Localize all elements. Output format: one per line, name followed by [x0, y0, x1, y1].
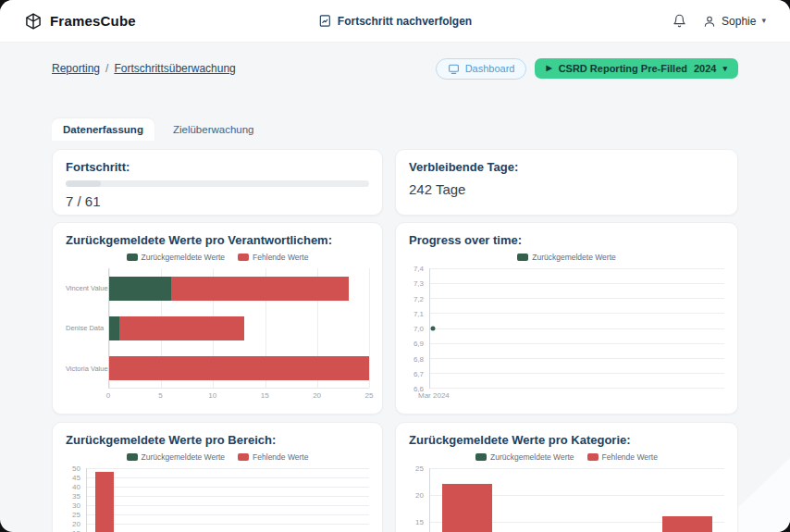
legend-item[interactable]: Fehlende Werte — [238, 253, 308, 262]
user-name: Sophie — [722, 15, 756, 28]
y-tick-label: 45 — [72, 474, 80, 482]
gridline — [430, 373, 724, 374]
category-labels: Vincent ValueDenise DataVictoria Value — [66, 268, 108, 389]
main-nav: Fortschritt nachverfolgen — [318, 0, 472, 42]
x-tick-label: 20 — [313, 391, 321, 400]
brand-name: FramesCube — [50, 13, 136, 29]
chart-plot — [429, 468, 724, 532]
gridline — [430, 298, 724, 299]
legend-label: Zurückgemeldete Werte — [490, 452, 574, 462]
chart-card-progress-over-time: Progress over time: Zurückgemeldete Wert… — [395, 222, 738, 414]
chart-title: Zurückgemeldete Werte pro Bereich: — [66, 433, 369, 448]
y-tick-label: 40 — [72, 483, 80, 491]
chart-legend: Zurückgemeldete WerteFehlende Werte — [409, 452, 724, 462]
legend-item[interactable]: Fehlende Werte — [238, 452, 308, 462]
y-axis-labels: 7,47,37,27,17,06,96,86,76,6 — [409, 268, 429, 389]
y-tick-label: 15 — [72, 529, 80, 532]
chart-card-kategorie: Zurückgemeldete Werte pro Kategorie: Zur… — [395, 422, 738, 532]
y-tick-label: 15 — [415, 518, 424, 526]
x-tick-label: 10 — [208, 391, 216, 400]
bar-cell — [299, 468, 334, 532]
progress-bar — [66, 180, 369, 187]
chart-legend: Zurückgemeldete WerteFehlende Werte — [66, 452, 369, 462]
legend-item[interactable]: Zurückgemeldete Werte — [517, 253, 616, 262]
bar-segment — [109, 356, 369, 380]
legend-item[interactable]: Zurückgemeldete Werte — [127, 253, 226, 262]
chart-plot-area: Mar 2024 — [429, 268, 724, 400]
gridline — [369, 268, 370, 388]
bar-row — [109, 316, 369, 340]
category-label: Vincent Value — [66, 284, 108, 292]
cube-logo-icon — [24, 12, 43, 31]
tab-datenerfassung[interactable]: Datenerfassung — [52, 118, 154, 141]
nav-item-progress-tracking[interactable]: Fortschritt nachverfolgen — [318, 14, 472, 28]
user-menu[interactable]: Sophie ▾ — [703, 15, 766, 28]
dashboard-button-label: Dashboard — [465, 63, 515, 74]
legend-item[interactable]: Zurückgemeldete Werte — [127, 452, 226, 462]
progress-report-icon — [318, 14, 332, 28]
chart-plot — [86, 468, 369, 532]
progress-value: 7 / 61 — [66, 193, 369, 209]
bereich-chart: 50454035302520151050 — [66, 468, 369, 532]
chart-plot-area: 0510152025 — [108, 268, 369, 402]
chart-plot — [429, 268, 724, 389]
y-tick-label: 20 — [415, 491, 424, 500]
play-icon: ▶ — [546, 65, 551, 72]
data-point — [431, 326, 436, 330]
report-selector-button[interactable]: ▶ CSRD Reporting Pre-Filled 2024 ▾ — [535, 58, 738, 79]
dashboard-icon — [448, 63, 460, 75]
y-tick-label: 7,4 — [414, 265, 424, 273]
bar-row — [109, 277, 369, 301]
breadcrumb-link-reporting[interactable]: Reporting — [52, 62, 100, 75]
bar-cell — [157, 468, 192, 532]
bar-cell — [577, 468, 651, 532]
y-tick-label: 7,1 — [414, 309, 424, 317]
progress-card-title: Fortschritt: — [66, 160, 369, 175]
chart-legend: Zurückgemeldete WerteFehlende Werte — [66, 253, 369, 262]
chevron-down-icon: ▾ — [761, 17, 766, 25]
x-tick-label: 5 — [158, 391, 162, 400]
brand-logo[interactable]: FramesCube — [24, 12, 136, 31]
y-axis-labels: 50454035302520151050 — [66, 468, 86, 532]
top-navbar: FramesCube Fortschritt nachverfolgen — [0, 0, 790, 43]
y-tick-label: 20 — [72, 520, 80, 528]
legend-label: Fehlende Werte — [253, 253, 308, 262]
y-tick-label: 6,7 — [414, 369, 424, 377]
chart-title: Zurückgemeldete Werte pro Kategorie: — [409, 433, 724, 448]
legend-item[interactable]: Fehlende Werte — [587, 452, 658, 462]
bar-cells — [87, 468, 369, 532]
navbar-right: Sophie ▾ — [673, 14, 766, 28]
y-tick-label: 6,8 — [414, 354, 424, 363]
y-tick-label: 7,2 — [414, 294, 424, 303]
report-year: 2024 — [694, 63, 716, 74]
y-tick-label: 35 — [72, 492, 80, 501]
dashboard-button[interactable]: Dashboard — [436, 58, 527, 80]
notifications-button[interactable] — [673, 14, 686, 28]
bar-segment — [119, 316, 244, 340]
bar-segment — [109, 277, 171, 301]
page-header: Reporting / Fortschrittsüberwachung Dash… — [52, 57, 738, 80]
kategorie-chart: 2520151050 — [409, 468, 724, 532]
y-tick-label: 25 — [72, 511, 80, 519]
breadcrumb-link-fortschrittsueberwachung[interactable]: Fortschrittsüberwachung — [114, 62, 235, 75]
x-axis-labels: 0510152025 — [108, 389, 369, 402]
gridline — [430, 358, 724, 359]
y-tick-label: 50 — [72, 464, 80, 473]
tab-zielueberwachung[interactable]: Zielüberwachung — [162, 118, 265, 141]
legend-label: Fehlende Werte — [602, 452, 658, 462]
bell-icon — [673, 14, 686, 28]
gridline — [430, 328, 724, 329]
bar-rows — [109, 268, 369, 388]
bar — [95, 472, 114, 532]
remaining-days-card: Verbleibende Tage: 242 Tage — [395, 149, 738, 216]
charts-row-2: Zurückgemeldete Werte pro Bereich: Zurüc… — [52, 422, 738, 532]
bar-cell — [87, 468, 122, 532]
header-actions: Dashboard ▶ CSRD Reporting Pre-Filled 20… — [436, 58, 738, 80]
legend-swatch — [127, 453, 138, 461]
charts-row-1: Zurückgemeldete Werte pro Verantwortlich… — [52, 222, 738, 414]
legend-item[interactable]: Zurückgemeldete Werte — [475, 452, 574, 462]
gridline — [430, 283, 724, 284]
user-icon — [703, 15, 716, 28]
x-tick-label: 25 — [365, 391, 374, 400]
progress-over-time-chart: 7,47,37,27,17,06,96,86,76,6Mar 2024 — [409, 268, 724, 400]
